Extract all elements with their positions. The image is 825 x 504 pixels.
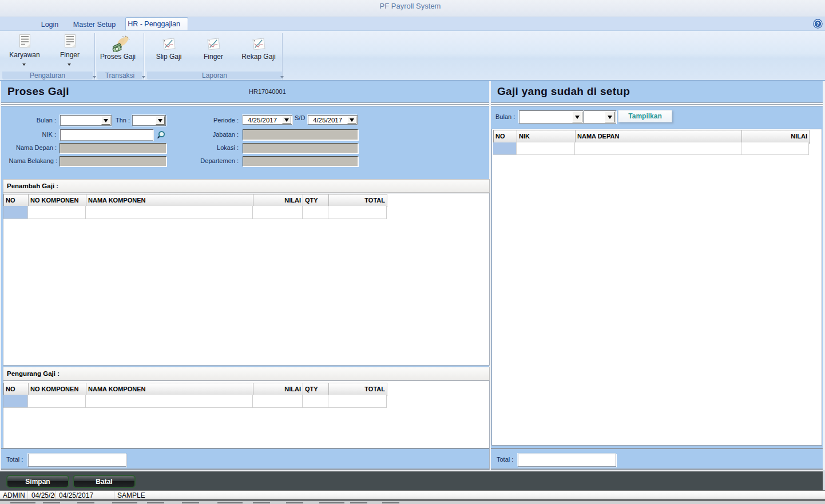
- svg-text:?: ?: [816, 21, 820, 27]
